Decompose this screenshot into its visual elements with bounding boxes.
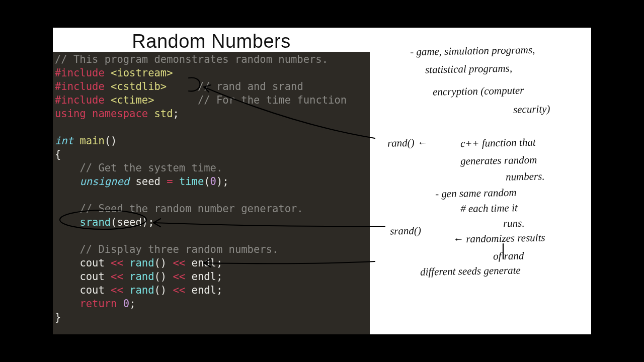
code-comment: // Get the system time. bbox=[79, 162, 222, 174]
code-punct: (seed); bbox=[111, 216, 154, 228]
note-line: - game, simulation programs, bbox=[410, 43, 535, 59]
code-punct: ); bbox=[216, 175, 229, 188]
note-line: security) bbox=[513, 102, 550, 116]
code-header: <ctime> bbox=[111, 94, 154, 106]
code-op: << bbox=[173, 257, 186, 269]
code-number: 0 bbox=[210, 175, 216, 188]
code-func: rand bbox=[129, 270, 154, 283]
code-ident: std bbox=[154, 108, 173, 120]
code-keyword: #include bbox=[55, 80, 105, 93]
code-comment: // For the time function bbox=[198, 94, 347, 106]
code-comment: // Display three random numbers. bbox=[79, 243, 278, 255]
code-punct: () bbox=[154, 270, 167, 283]
note-line: of rand bbox=[493, 248, 524, 263]
note-line: # each time it bbox=[460, 201, 518, 216]
code-punct: ( bbox=[204, 175, 210, 188]
code-keyword: namespace bbox=[92, 108, 148, 120]
code-op: << bbox=[173, 270, 186, 283]
note-line: - gen same random bbox=[435, 186, 517, 201]
code-keyword: #include bbox=[55, 67, 105, 79]
code-func: time bbox=[179, 175, 204, 188]
note-line: rand() ← bbox=[387, 135, 428, 150]
code-brace: { bbox=[55, 148, 61, 160]
code-header: <cstdlib> bbox=[111, 80, 167, 93]
note-line: statistical programs, bbox=[425, 61, 513, 76]
code-ident: cout bbox=[79, 284, 104, 296]
code-ident: seed bbox=[135, 175, 160, 188]
note-line: different seeds generate bbox=[420, 263, 521, 279]
note-line: runs. bbox=[503, 216, 525, 231]
code-comment: // rand and srand bbox=[198, 80, 303, 93]
code-func: rand bbox=[129, 257, 154, 269]
code-comment: // Seed the random number generator. bbox=[79, 203, 303, 215]
code-number: 0 bbox=[123, 298, 129, 310]
code-op: << bbox=[173, 284, 186, 296]
code-op: << bbox=[111, 257, 123, 269]
code-type: int bbox=[55, 135, 73, 147]
code-ident: endl bbox=[192, 270, 216, 283]
code-punct: ; bbox=[173, 108, 179, 120]
code-brace: } bbox=[55, 311, 61, 323]
code-comment: // This program demonstrates random numb… bbox=[55, 53, 328, 65]
code-keyword: using bbox=[55, 108, 86, 120]
code-punct: () bbox=[154, 257, 167, 269]
handwritten-notes: - game, simulation programs, statistical… bbox=[375, 38, 586, 329]
code-header: <iostream> bbox=[111, 67, 173, 79]
slide-title: Random Numbers bbox=[53, 31, 370, 52]
slide: Random Numbers // This program demonstra… bbox=[53, 28, 591, 334]
code-keyword: return bbox=[79, 298, 117, 310]
code-punct: ; bbox=[216, 270, 222, 283]
code-op: << bbox=[111, 284, 123, 296]
code-type: unsigned bbox=[79, 175, 129, 188]
code-punct: () bbox=[105, 135, 117, 147]
code-punct: ; bbox=[129, 298, 135, 310]
code-func: srand bbox=[79, 216, 111, 228]
code-op: = bbox=[167, 175, 173, 188]
note-line: generates random bbox=[460, 153, 537, 168]
code-ident: cout bbox=[79, 257, 104, 269]
code-op: << bbox=[111, 270, 123, 283]
code-ident: cout bbox=[79, 270, 104, 283]
code-punct: ; bbox=[216, 284, 222, 296]
note-line: c++ function that bbox=[460, 135, 536, 151]
code-ident: endl bbox=[192, 257, 216, 269]
code-keyword: #include bbox=[55, 94, 105, 106]
code-ident: endl bbox=[192, 284, 216, 296]
code-punct: ; bbox=[216, 257, 222, 269]
code-punct: () bbox=[154, 284, 167, 296]
note-line: ← randomizes results bbox=[453, 230, 545, 246]
note-line: encryption (computer bbox=[433, 83, 524, 99]
code-func: rand bbox=[129, 284, 154, 296]
note-line: srand() bbox=[390, 223, 421, 238]
code-block: // This program demonstrates random numb… bbox=[53, 52, 370, 334]
note-line: numbers. bbox=[506, 169, 545, 184]
code-func-name: main bbox=[79, 135, 104, 147]
